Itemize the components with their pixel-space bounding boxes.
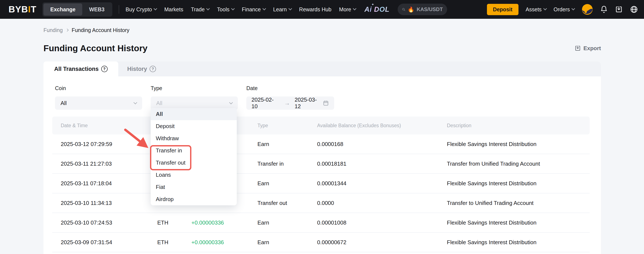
logo-text-2: T xyxy=(31,4,36,14)
table-row: 2025-03-10 11:34:13 Transfer out 0.0000 … xyxy=(52,193,590,213)
table-row: 2025-03-11 21:27:03 Transfer in 0.000181… xyxy=(52,154,590,174)
toggle-web3[interactable]: WEB3 xyxy=(82,4,111,16)
bybit-logo[interactable]: BYBIT xyxy=(8,4,36,15)
nav-link-more[interactable]: More xyxy=(339,7,356,13)
nav-link-rewards-hub[interactable]: Rewards Hub xyxy=(299,7,332,13)
cell-datetime: 2025-03-09 07:31:54 xyxy=(61,239,157,246)
chevron-down-icon xyxy=(231,7,235,11)
assets-menu[interactable]: Assets xyxy=(526,7,546,13)
info-icon[interactable]: ? xyxy=(101,66,108,72)
range-arrow-icon: → xyxy=(284,100,290,106)
search-pair-label: KAS/USDT xyxy=(416,7,443,12)
dropdown-option-deposit[interactable]: Deposit xyxy=(151,120,237,132)
avatar[interactable] xyxy=(582,4,593,15)
chevron-down-icon xyxy=(154,7,157,11)
logo-text: BYB xyxy=(8,4,28,14)
date-filter-label: Date xyxy=(246,85,334,91)
cell-type: Earn xyxy=(258,219,317,226)
cell-coin: ETH xyxy=(157,239,191,246)
cell-datetime: 2025-03-11 07:18:04 xyxy=(61,180,157,187)
title-row: Funding Account History Export xyxy=(44,43,601,53)
cell-datetime: 2025-03-12 07:29:59 xyxy=(61,141,157,148)
filter-bar: Coin All Type All Date 2025-02-10 → 202 xyxy=(44,76,601,116)
chevron-right-icon xyxy=(66,29,68,32)
nav-link-learn[interactable]: Learn xyxy=(273,7,292,13)
deposit-button[interactable]: Deposit xyxy=(487,4,518,15)
dropdown-option-airdrop[interactable]: Airdrop xyxy=(151,193,237,205)
nav-link-trade[interactable]: Trade xyxy=(191,7,209,13)
type-filter-label: Type xyxy=(151,85,238,91)
export-icon xyxy=(574,45,581,51)
aidol-logo[interactable]: Ai DOL✦ xyxy=(364,5,390,14)
transactions-table: Date & Time Type Available Balance (Excl… xyxy=(52,116,590,252)
table-row: 2025-03-12 07:29:59 Earn 0.0000168 Flexi… xyxy=(52,135,590,154)
cell-balance: 0.00001008 xyxy=(317,219,447,226)
chevron-down-icon xyxy=(229,101,233,104)
cell-balance: 0.0000168 xyxy=(317,141,447,148)
nav-link-tools[interactable]: Tools xyxy=(217,7,234,13)
table-row: 2025-03-10 07:24:53 ETH +0.00000336 Earn… xyxy=(52,213,590,233)
type-select-value: All xyxy=(156,100,230,106)
table-row: 2025-03-11 07:18:04 Earn 0.00001344 Flex… xyxy=(52,174,590,193)
search-icon xyxy=(402,7,405,12)
orders-menu[interactable]: Orders xyxy=(554,7,574,13)
cell-description: Flexible Savings Interest Distribution xyxy=(447,180,590,187)
date-range-picker[interactable]: 2025-02-10 → 2025-03-12 xyxy=(246,96,334,110)
notification-bell-icon[interactable] xyxy=(600,5,608,14)
chevron-down-icon xyxy=(572,7,575,11)
dropdown-option-loans[interactable]: Loans xyxy=(151,169,237,181)
history-card: All Transactions ? History ? Coin All Ty… xyxy=(44,61,601,254)
chevron-down-icon xyxy=(262,7,266,11)
cell-balance: 0.00001344 xyxy=(317,180,447,187)
coin-select[interactable]: All xyxy=(55,96,142,110)
dropdown-option-transfer-out[interactable]: Transfer out xyxy=(151,157,237,169)
cell-type: Earn xyxy=(258,141,317,148)
info-icon[interactable]: ? xyxy=(150,66,156,72)
cell-type: Transfer out xyxy=(258,200,317,206)
cell-description: Transfer to Unified Trading Account xyxy=(447,200,590,206)
main-nav-links: Buy Crypto Markets Trade Tools Finance L… xyxy=(126,7,356,13)
header-available-balance: Available Balance (Excludes Bonuses) xyxy=(317,123,447,129)
page-title: Funding Account History xyxy=(44,43,148,53)
export-button[interactable]: Export xyxy=(574,45,601,52)
cell-description: Transfer from Unified Trading Account xyxy=(447,161,590,167)
dropdown-option-withdraw[interactable]: Withdraw xyxy=(151,132,237,145)
date-start-value: 2025-02-10 xyxy=(252,96,280,110)
dropdown-option-transfer-in[interactable]: Transfer in xyxy=(151,145,237,157)
globe-icon[interactable] xyxy=(630,5,638,14)
star-icon: ✦ xyxy=(372,3,374,7)
cell-balance: 0.0000 xyxy=(317,200,447,206)
header-date-time: Date & Time xyxy=(61,123,157,129)
download-icon[interactable] xyxy=(615,6,623,13)
table-row: 2025-03-09 07:31:54 ETH +0.00000336 Earn… xyxy=(52,233,590,252)
header-type: Type xyxy=(258,123,317,129)
tab-all-transactions[interactable]: All Transactions ? xyxy=(44,61,118,76)
nav-link-markets[interactable]: Markets xyxy=(164,7,183,13)
cell-description: Flexible Savings Interest Distribution xyxy=(447,141,590,148)
cell-datetime: 2025-03-11 21:27:03 xyxy=(61,161,157,167)
flame-icon: 🔥 xyxy=(408,7,414,13)
navbar-divider xyxy=(119,5,119,14)
chevron-down-icon xyxy=(134,101,137,104)
nav-link-finance[interactable]: Finance xyxy=(242,7,266,13)
calendar-icon xyxy=(323,100,329,106)
type-filter-group: Type All xyxy=(151,85,238,110)
toggle-exchange[interactable]: Exchange xyxy=(44,4,82,16)
coin-filter-label: Coin xyxy=(55,85,142,91)
dropdown-option-fiat[interactable]: Fiat xyxy=(151,181,237,193)
date-end-value: 2025-03-12 xyxy=(295,96,323,110)
cell-type: Transfer in xyxy=(258,161,317,167)
breadcrumb-current: Funding Account History xyxy=(72,27,129,33)
dropdown-option-all[interactable]: All xyxy=(151,108,237,120)
search-input[interactable]: 🔥 KAS/USDT xyxy=(398,4,447,15)
type-select[interactable]: All xyxy=(151,96,238,110)
tab-history[interactable]: History ? xyxy=(118,61,156,76)
cell-description: Flexible Savings Interest Distribution xyxy=(447,239,590,246)
cell-balance: 0.00018181 xyxy=(317,161,447,167)
mode-toggle: Exchange WEB3 xyxy=(42,2,112,17)
table-header-row: Date & Time Type Available Balance (Excl… xyxy=(52,116,590,135)
breadcrumb-funding[interactable]: Funding xyxy=(44,27,63,33)
cell-datetime: 2025-03-10 07:24:53 xyxy=(61,219,157,226)
cell-datetime: 2025-03-10 11:34:13 xyxy=(61,200,157,206)
nav-link-buy-crypto[interactable]: Buy Crypto xyxy=(126,7,157,13)
